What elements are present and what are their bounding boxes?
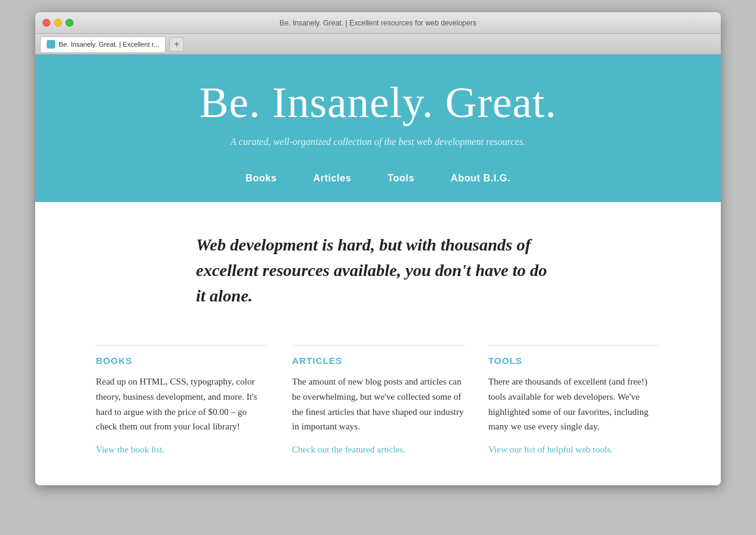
browser-title: Be. Insanely. Great. | Excellent resourc… [280, 19, 476, 27]
nav-articles[interactable]: Articles [313, 173, 351, 184]
minimize-button[interactable] [54, 19, 62, 27]
site-nav: Books Articles Tools About B.I.G. [47, 164, 709, 184]
nav-books[interactable]: Books [246, 173, 277, 184]
books-column: BOOKS Read up on HTML, CSS, typography, … [96, 345, 268, 455]
nav-tools[interactable]: Tools [388, 173, 414, 184]
hero-text: Web development is hard, but with thousa… [196, 232, 560, 309]
browser-toolbar: Be. Insanely. Great. | Excellent r... + [35, 34, 721, 55]
maximize-button[interactable] [66, 19, 73, 27]
books-heading: BOOKS [96, 355, 268, 366]
site-header: Be. Insanely. Great. A curated, well-org… [35, 55, 721, 202]
articles-column: ARTICLES The amount of new blog posts an… [292, 345, 464, 455]
articles-heading: ARTICLES [292, 355, 464, 366]
site-main: Web development is hard, but with thousa… [35, 202, 721, 485]
close-button[interactable] [42, 19, 50, 27]
browser-tab[interactable]: Be. Insanely. Great. | Excellent r... [40, 36, 166, 52]
tab-label: Be. Insanely. Great. | Excellent r... [59, 41, 159, 48]
articles-link[interactable]: Check out the featured articles. [292, 445, 405, 454]
tools-column: TOOLS There are thousands of excellent (… [488, 345, 660, 455]
browser-window: Be. Insanely. Great. | Excellent resourc… [35, 12, 721, 485]
website: Be. Insanely. Great. A curated, well-org… [35, 55, 721, 485]
browser-titlebar: Be. Insanely. Great. | Excellent resourc… [35, 12, 721, 34]
tools-text: There are thousands of excellent (and fr… [488, 374, 660, 434]
new-tab-button[interactable]: + [169, 37, 184, 52]
tab-favicon [47, 40, 55, 49]
site-subtitle: A curated, well-organized collection of … [47, 136, 709, 147]
books-link[interactable]: View the book list. [96, 445, 164, 454]
traffic-lights [42, 19, 73, 27]
books-text: Read up on HTML, CSS, typography, color … [96, 374, 268, 434]
columns: BOOKS Read up on HTML, CSS, typography, … [96, 345, 660, 455]
articles-text: The amount of new blog posts and article… [292, 374, 464, 434]
nav-about[interactable]: About B.I.G. [451, 173, 510, 184]
tools-link[interactable]: View our list of helpful web tools. [488, 445, 613, 454]
site-title: Be. Insanely. Great. [47, 79, 709, 127]
tools-heading: TOOLS [488, 355, 660, 366]
